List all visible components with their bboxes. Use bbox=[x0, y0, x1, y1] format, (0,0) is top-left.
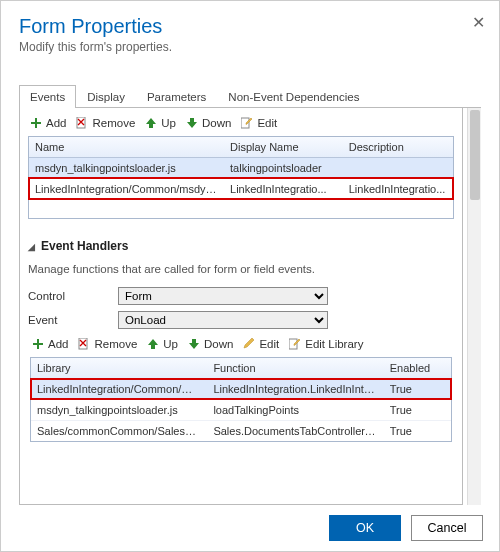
tab-parameters[interactable]: Parameters bbox=[136, 85, 217, 108]
event-handlers-heading[interactable]: Event Handlers bbox=[28, 239, 454, 253]
dialog-title: Form Properties bbox=[19, 15, 481, 38]
formlib-toolbar: Add Remove Up Down Edit bbox=[26, 114, 456, 132]
edit-page-icon bbox=[241, 117, 253, 129]
evh-col-library[interactable]: Library bbox=[31, 358, 207, 378]
table-row[interactable]: msdyn_talkingpointsloader.js loadTalking… bbox=[31, 399, 451, 420]
formlib-grid: Name Display Name Description msdyn_talk… bbox=[28, 136, 454, 219]
tab-bar: Events Display Parameters Non-Event Depe… bbox=[19, 84, 481, 108]
evh-editlib-button[interactable]: Edit Library bbox=[289, 338, 363, 350]
formlib-col-description[interactable]: Description bbox=[343, 137, 453, 157]
arrow-down-icon bbox=[186, 117, 198, 129]
formlib-col-displayname[interactable]: Display Name bbox=[224, 137, 343, 157]
control-label: Control bbox=[28, 290, 118, 302]
evh-grid: Library Function Enabled LinkedInIntegra… bbox=[30, 357, 452, 442]
pencil-icon bbox=[243, 338, 255, 350]
formlib-add-button[interactable]: Add bbox=[30, 117, 66, 129]
arrow-up-icon bbox=[147, 338, 159, 350]
event-handlers-desc: Manage functions that are called for for… bbox=[28, 263, 454, 275]
dialog-subtitle: Modify this form's properties. bbox=[19, 40, 481, 54]
evh-col-enabled[interactable]: Enabled bbox=[384, 358, 451, 378]
ok-button[interactable]: OK bbox=[329, 515, 401, 541]
evh-edit-button[interactable]: Edit bbox=[243, 338, 279, 350]
cancel-button[interactable]: Cancel bbox=[411, 515, 483, 541]
plus-icon bbox=[30, 117, 42, 129]
plus-icon bbox=[32, 338, 44, 350]
event-select[interactable]: OnLoad bbox=[118, 311, 328, 329]
tab-display[interactable]: Display bbox=[76, 85, 136, 108]
formlib-up-button[interactable]: Up bbox=[145, 117, 176, 129]
x-page-icon bbox=[76, 117, 88, 129]
table-row[interactable]: LinkedInIntegration/Common/msdyn_L... Li… bbox=[29, 178, 453, 199]
evh-down-button[interactable]: Down bbox=[188, 338, 233, 350]
arrow-down-icon bbox=[188, 338, 200, 350]
evh-up-button[interactable]: Up bbox=[147, 338, 178, 350]
control-select[interactable]: Form bbox=[118, 287, 328, 305]
formlib-col-name[interactable]: Name bbox=[29, 137, 224, 157]
edit-page-icon bbox=[289, 338, 301, 350]
arrow-up-icon bbox=[145, 117, 157, 129]
evh-col-function[interactable]: Function bbox=[207, 358, 383, 378]
table-row[interactable]: LinkedInIntegration/Common/msdyn_L... Li… bbox=[31, 379, 451, 399]
table-row[interactable]: msdyn_talkingpointsloader.js talkingpoin… bbox=[29, 158, 453, 178]
close-icon[interactable]: ✕ bbox=[472, 13, 485, 32]
formlib-remove-button[interactable]: Remove bbox=[76, 117, 135, 129]
event-label: Event bbox=[28, 314, 118, 326]
table-row[interactable]: Sales/commonCommon/Sales_ClientCom... Sa… bbox=[31, 420, 451, 441]
evh-toolbar: Add Remove Up Down Edit Edit Library bbox=[28, 335, 454, 353]
tab-noneventdeps[interactable]: Non-Event Dependencies bbox=[217, 85, 370, 108]
x-page-icon bbox=[78, 338, 90, 350]
vertical-scrollbar[interactable] bbox=[467, 108, 481, 505]
tab-events[interactable]: Events bbox=[19, 85, 76, 108]
evh-remove-button[interactable]: Remove bbox=[78, 338, 137, 350]
scrollbar-thumb[interactable] bbox=[470, 110, 480, 200]
formlib-edit-button[interactable]: Edit bbox=[241, 117, 277, 129]
evh-add-button[interactable]: Add bbox=[32, 338, 68, 350]
formlib-down-button[interactable]: Down bbox=[186, 117, 231, 129]
